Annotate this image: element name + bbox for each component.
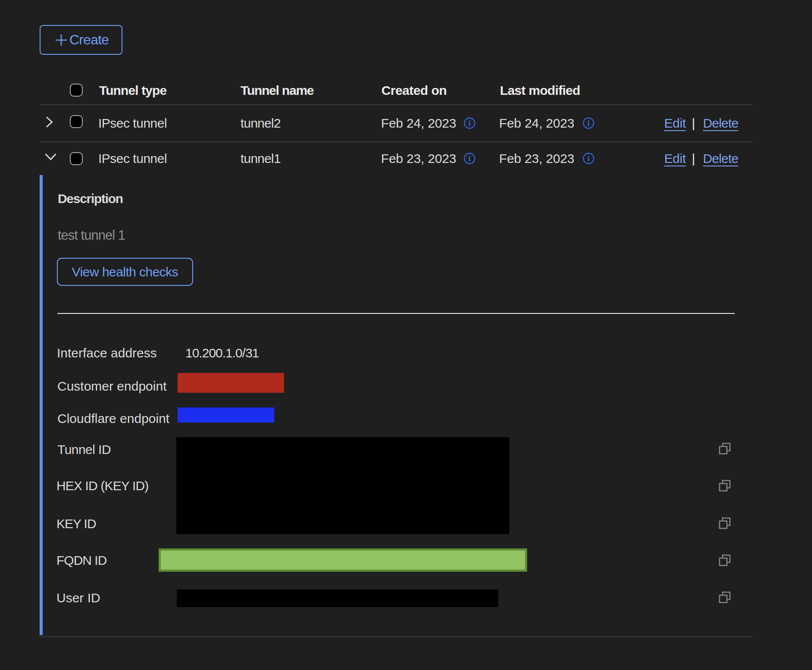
svg-text:i: i xyxy=(587,119,590,128)
svg-text:i: i xyxy=(587,154,590,163)
svg-text:i: i xyxy=(468,119,471,128)
svg-text:i: i xyxy=(468,154,471,163)
